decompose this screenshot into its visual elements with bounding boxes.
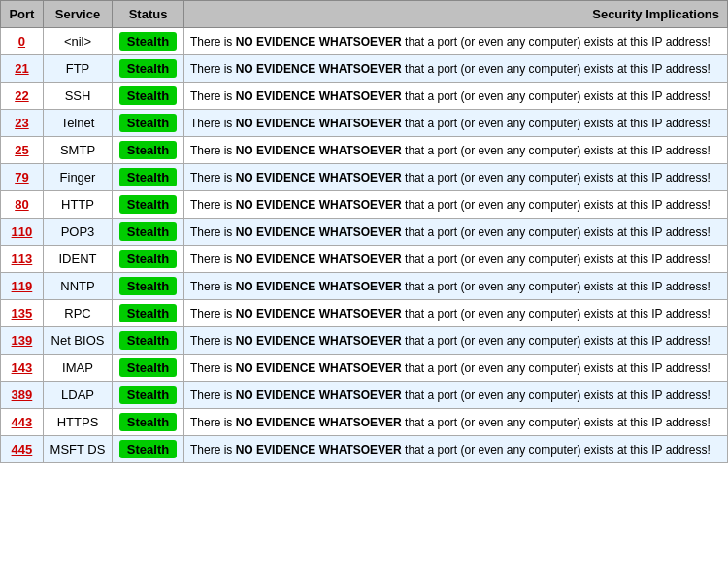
table-row: 23TelnetStealthThere is NO EVIDENCE WHAT… <box>1 110 728 137</box>
service-cell: Net BIOS <box>43 327 112 355</box>
port-link[interactable]: 135 <box>12 306 33 321</box>
security-text: There is NO EVIDENCE WHATSOEVER that a p… <box>190 198 711 212</box>
security-cell: There is NO EVIDENCE WHATSOEVER that a p… <box>183 83 727 110</box>
port-link[interactable]: 445 <box>12 442 33 457</box>
stealth-badge: Stealth <box>119 304 177 322</box>
port-cell: 139 <box>1 327 44 355</box>
col-header-port: Port <box>1 1 44 28</box>
status-cell: Stealth <box>113 164 184 191</box>
port-link[interactable]: 113 <box>12 252 33 266</box>
table-row: 119NNTPStealthThere is NO EVIDENCE WHATS… <box>1 273 728 300</box>
port-link[interactable]: 25 <box>15 143 28 157</box>
table-row: 135RPCStealthThere is NO EVIDENCE WHATSO… <box>1 300 728 327</box>
port-cell: 23 <box>1 110 44 137</box>
stealth-badge: Stealth <box>119 141 177 159</box>
port-link[interactable]: 139 <box>12 333 33 348</box>
service-cell: SSH <box>43 83 112 110</box>
security-text: There is NO EVIDENCE WHATSOEVER that a p… <box>190 117 711 130</box>
status-cell: Stealth <box>113 327 184 355</box>
port-link[interactable]: 389 <box>12 388 33 402</box>
port-link[interactable]: 22 <box>15 88 28 103</box>
stealth-badge: Stealth <box>119 32 177 51</box>
port-cell: 22 <box>1 83 44 110</box>
status-cell: Stealth <box>113 382 184 409</box>
stealth-badge: Stealth <box>119 277 177 295</box>
security-text: There is NO EVIDENCE WHATSOEVER that a p… <box>190 253 711 266</box>
service-cell: POP3 <box>43 219 112 246</box>
security-text: There is NO EVIDENCE WHATSOEVER that a p… <box>190 89 711 103</box>
stealth-badge: Stealth <box>119 250 177 268</box>
security-cell: There is NO EVIDENCE WHATSOEVER that a p… <box>183 246 727 273</box>
port-link[interactable]: 80 <box>15 197 28 212</box>
port-link[interactable]: 23 <box>15 116 28 130</box>
status-cell: Stealth <box>113 137 184 164</box>
service-cell: HTTPS <box>43 409 112 436</box>
stealth-badge: Stealth <box>119 86 177 105</box>
port-cell: 445 <box>1 436 44 463</box>
security-text: There is NO EVIDENCE WHATSOEVER that a p… <box>190 307 711 321</box>
security-text: There is NO EVIDENCE WHATSOEVER that a p… <box>190 416 711 429</box>
table-row: 21FTPStealthThere is NO EVIDENCE WHATSOE… <box>1 55 728 83</box>
service-cell: IDENT <box>43 246 112 273</box>
stealth-badge: Stealth <box>119 413 177 431</box>
security-cell: There is NO EVIDENCE WHATSOEVER that a p… <box>183 55 727 83</box>
security-cell: There is NO EVIDENCE WHATSOEVER that a p… <box>183 164 727 191</box>
port-cell: 143 <box>1 355 44 382</box>
port-cell: 113 <box>1 246 44 273</box>
security-cell: There is NO EVIDENCE WHATSOEVER that a p… <box>183 110 727 137</box>
service-cell: MSFT DS <box>43 436 112 463</box>
port-cell: 21 <box>1 55 44 83</box>
port-link[interactable]: 143 <box>12 360 33 375</box>
port-cell: 79 <box>1 164 44 191</box>
security-cell: There is NO EVIDENCE WHATSOEVER that a p… <box>183 382 727 409</box>
service-cell: SMTP <box>43 137 112 164</box>
status-cell: Stealth <box>113 409 184 436</box>
port-link[interactable]: 79 <box>15 170 28 185</box>
stealth-badge: Stealth <box>119 386 177 404</box>
stealth-badge: Stealth <box>119 358 177 377</box>
port-cell: 389 <box>1 382 44 409</box>
port-link[interactable]: 21 <box>15 61 28 76</box>
table-row: 79FingerStealthThere is NO EVIDENCE WHAT… <box>1 164 728 191</box>
status-cell: Stealth <box>113 110 184 137</box>
security-cell: There is NO EVIDENCE WHATSOEVER that a p… <box>183 191 727 219</box>
table-row: 139Net BIOSStealthThere is NO EVIDENCE W… <box>1 327 728 355</box>
col-header-security: Security Implications <box>183 1 727 28</box>
port-cell: 119 <box>1 273 44 300</box>
stealth-badge: Stealth <box>119 195 177 214</box>
service-cell: FTP <box>43 55 112 83</box>
port-cell: 25 <box>1 137 44 164</box>
service-cell: NNTP <box>43 273 112 300</box>
security-cell: There is NO EVIDENCE WHATSOEVER that a p… <box>183 436 727 463</box>
port-cell: 110 <box>1 219 44 246</box>
status-cell: Stealth <box>113 300 184 327</box>
status-cell: Stealth <box>113 83 184 110</box>
port-link[interactable]: 0 <box>18 34 25 49</box>
status-cell: Stealth <box>113 219 184 246</box>
security-text: There is NO EVIDENCE WHATSOEVER that a p… <box>190 334 711 348</box>
port-link[interactable]: 119 <box>12 279 33 293</box>
status-cell: Stealth <box>113 191 184 219</box>
stealth-badge: Stealth <box>119 114 177 132</box>
security-text: There is NO EVIDENCE WHATSOEVER that a p… <box>190 171 711 185</box>
stealth-badge: Stealth <box>119 440 177 458</box>
stealth-badge: Stealth <box>119 222 177 241</box>
status-cell: Stealth <box>113 436 184 463</box>
security-cell: There is NO EVIDENCE WHATSOEVER that a p… <box>183 28 727 55</box>
service-cell: Telnet <box>43 110 112 137</box>
security-text: There is NO EVIDENCE WHATSOEVER that a p… <box>190 389 711 402</box>
stealth-badge: Stealth <box>119 331 177 350</box>
security-text: There is NO EVIDENCE WHATSOEVER that a p… <box>190 225 711 239</box>
table-row: 22SSHStealthThere is NO EVIDENCE WHATSOE… <box>1 83 728 110</box>
table-row: 110POP3StealthThere is NO EVIDENCE WHATS… <box>1 219 728 246</box>
security-text: There is NO EVIDENCE WHATSOEVER that a p… <box>190 443 711 457</box>
service-cell: Finger <box>43 164 112 191</box>
status-cell: Stealth <box>113 273 184 300</box>
port-link[interactable]: 110 <box>12 224 33 239</box>
col-header-service: Service <box>43 1 112 28</box>
service-cell: IMAP <box>43 355 112 382</box>
table-row: 445MSFT DSStealthThere is NO EVIDENCE WH… <box>1 436 728 463</box>
service-cell: RPC <box>43 300 112 327</box>
port-link[interactable]: 443 <box>12 415 33 429</box>
security-text: There is NO EVIDENCE WHATSOEVER that a p… <box>190 35 711 49</box>
